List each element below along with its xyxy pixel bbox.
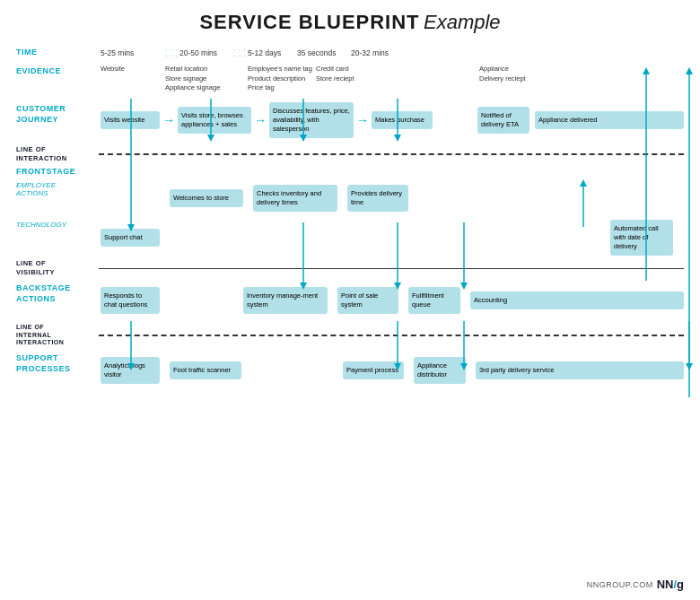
journey-step-0: Visits website — [101, 111, 160, 129]
backstage-step-4: Fullfillment queue — [408, 287, 460, 314]
visibility-label: LINE OF VISIBILITY — [16, 258, 99, 278]
employee-step-1: Welcomes to store — [170, 189, 243, 207]
evidence-1: Retail location Store signage Appliance … — [165, 65, 248, 93]
journey-step-5: Notified of delivery ETA — [477, 107, 529, 134]
journey-step-2: Discusses features, price, availability,… — [269, 102, 354, 137]
time-seg-1: 20-50 mins — [179, 48, 233, 57]
tech-step-5: Automated call with date of delivery — [610, 220, 673, 255]
employee-step-3: Provides delivery time — [347, 185, 408, 212]
evidence-row: Website Retail location Store signage Ap… — [99, 63, 684, 97]
support-step-6: 3rd party delivery service — [476, 361, 684, 379]
time-seg-2: 5-12 days — [248, 48, 297, 57]
customer-journey-label: CUSTOMER JOURNEY — [16, 97, 99, 143]
backstage-step-2: Inventory manage-ment system — [243, 287, 328, 314]
support-step-0: Analytics logs visitor — [101, 357, 160, 384]
backstage-row: Responds to chat questions Inventory man… — [99, 278, 684, 323]
time-seg-0: 5-25 mins — [101, 48, 165, 57]
evidence-3: Credit card Store reciept — [316, 65, 381, 83]
support-step-4: Appliance distributor — [414, 357, 466, 384]
technology-label: TECHNOLOGY — [16, 217, 99, 258]
support-step-3: Payment process — [343, 361, 404, 379]
support-label: SUPPORT PROCESSES — [16, 348, 99, 393]
evidence-6: Appliance Delivery reciept — [479, 65, 684, 83]
employee-step-2: Checks inventory and delivery times — [253, 185, 337, 212]
line-interaction-label: LINE OF INTERACTION — [16, 143, 99, 165]
support-row: Analytics logs visitor Foot traffic scan… — [99, 348, 684, 393]
employee-actions-row: Welcomes to store Checks inventory and d… — [99, 179, 684, 217]
backstage-label: BACKSTAGE ACTIONS — [16, 278, 99, 323]
time-label: TIME — [16, 43, 99, 63]
backstage-step-0: Responds to chat questions — [101, 287, 160, 314]
footer-text: NNGROUP.COM — [587, 580, 653, 589]
footer-brand: NN/g — [657, 578, 684, 591]
title-italic: Example — [424, 11, 501, 33]
footer: NNGROUP.COM NN/g — [587, 578, 684, 591]
time-seg-3: 35 seconds — [297, 48, 351, 57]
internal-interaction-label: LINE OF INTERNAL INTERACTION — [16, 323, 99, 348]
support-step-1: Foot traffic scanner — [170, 361, 241, 379]
line-of-internal-interaction — [99, 323, 684, 348]
technology-row: Support chat Automated call with date of… — [99, 217, 684, 258]
page: SERVICE BLUEPRINT Example TIME EVIDENCE … — [0, 0, 700, 600]
svg-marker-27 — [686, 363, 693, 370]
journey-step-6: Appliance delivered — [535, 111, 684, 129]
frontstage-spacer — [99, 165, 684, 179]
journey-step-1: Visits store, browses appliances + sales — [178, 107, 251, 134]
customer-journey-row: Visits website → Visits store, browses a… — [99, 97, 684, 143]
backstage-step-6: Accounting — [470, 291, 684, 309]
line-of-visibility — [99, 258, 684, 278]
tech-step-0: Support chat — [101, 229, 160, 247]
evidence-label: EVIDENCE — [16, 63, 99, 97]
evidence-0: Website — [101, 65, 165, 73]
title-area: SERVICE BLUEPRINT Example — [16, 11, 684, 34]
time-seg-4: 20-32 mins — [351, 48, 684, 57]
line-of-interaction — [99, 143, 684, 165]
employee-label: EMPLOYEE ACTIONS — [16, 179, 99, 217]
frontstage-label: FRONTSTAGE — [16, 165, 99, 179]
time-row: 5-25 mins · · · · · · 20-50 mins · · · ·… — [99, 43, 684, 63]
title-bold: SERVICE BLUEPRINT — [199, 11, 419, 33]
svg-marker-19 — [686, 67, 693, 74]
backstage-step-3: Point of sale system — [337, 287, 398, 314]
evidence-2: Employee's name tag Product description … — [248, 65, 316, 93]
journey-step-3: Makes purchase — [372, 111, 433, 129]
